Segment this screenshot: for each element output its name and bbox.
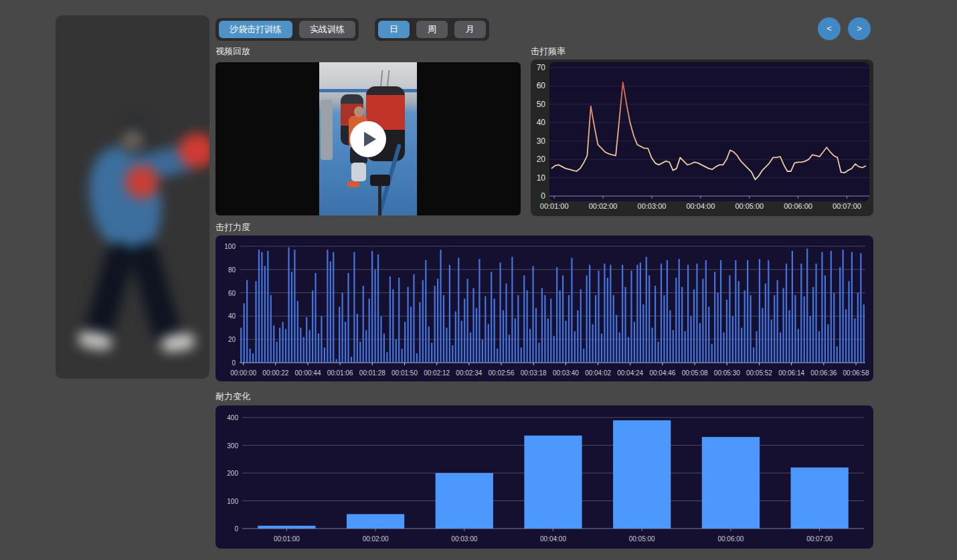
svg-text:00:01:28: 00:01:28	[359, 369, 385, 377]
svg-text:60: 60	[228, 290, 236, 297]
svg-text:00:02:56: 00:02:56	[489, 369, 515, 377]
svg-text:100: 100	[227, 498, 238, 505]
svg-text:00:04:00: 00:04:00	[540, 535, 566, 543]
endurance-title: 耐力变化	[215, 391, 250, 403]
gym-pillar	[321, 100, 333, 160]
svg-text:00:04:02: 00:04:02	[585, 369, 611, 377]
svg-text:00:03:00: 00:03:00	[638, 202, 667, 210]
svg-text:00:05:00: 00:05:00	[629, 535, 655, 543]
svg-text:00:06:00: 00:06:00	[784, 202, 812, 210]
play-icon	[364, 132, 376, 147]
svg-text:0: 0	[541, 191, 545, 201]
athlete-head	[354, 106, 364, 117]
svg-text:00:05:30: 00:05:30	[714, 369, 740, 377]
svg-text:00:02:00: 00:02:00	[589, 202, 618, 210]
hit-force-chart: 02040608010000:00:0000:00:2200:00:4400:0…	[215, 236, 873, 381]
svg-text:40: 40	[228, 312, 236, 320]
endurance-card: 010020030040000:01:0000:02:0000:03:0000:…	[215, 405, 873, 549]
tripod-pole	[378, 185, 381, 215]
svg-text:00:01:06: 00:01:06	[327, 369, 353, 377]
svg-text:00:00:22: 00:00:22	[262, 369, 288, 377]
training-mode-group: 沙袋击打训练 实战训练	[215, 18, 359, 41]
svg-text:00:03:40: 00:03:40	[553, 369, 579, 377]
svg-text:60: 60	[537, 81, 546, 90]
boxer-face	[121, 130, 144, 151]
athlete-shoe	[347, 181, 359, 187]
video-player[interactable]	[215, 62, 521, 215]
svg-text:00:01:00: 00:01:00	[540, 202, 569, 210]
svg-text:00:07:00: 00:07:00	[833, 202, 861, 210]
athlete-legs	[351, 163, 366, 181]
boxer-front-glove	[179, 133, 209, 168]
boxer-figure	[56, 15, 209, 379]
svg-text:00:06:14: 00:06:14	[778, 369, 804, 377]
next-button[interactable]: >	[848, 17, 871, 40]
endurance-chart: 010020030040000:01:0000:02:0000:03:0000:…	[215, 405, 873, 549]
tab-week[interactable]: 周	[416, 21, 448, 38]
svg-text:00:01:50: 00:01:50	[392, 369, 418, 377]
dashboard-page: 沙袋击打训练 实战训练 日 周 月 < > 视频回放	[0, 0, 957, 560]
svg-text:00:05:52: 00:05:52	[746, 369, 772, 377]
svg-text:00:05:08: 00:05:08	[682, 369, 708, 377]
svg-text:30: 30	[537, 136, 546, 146]
video-thumbnail	[319, 62, 417, 215]
svg-text:00:01:00: 00:01:00	[274, 535, 300, 543]
svg-text:00:04:46: 00:04:46	[649, 369, 675, 377]
hit-frequency-card: 01020304050607000:01:0000:02:0000:03:000…	[531, 60, 873, 216]
svg-text:100: 100	[224, 243, 236, 250]
camera-device	[370, 175, 390, 186]
svg-text:00:04:24: 00:04:24	[617, 369, 643, 377]
svg-text:70: 70	[537, 63, 546, 72]
svg-text:00:00:00: 00:00:00	[230, 369, 256, 377]
svg-text:00:04:00: 00:04:00	[686, 202, 715, 210]
hit-force-title: 击打力度	[215, 221, 250, 234]
svg-text:300: 300	[227, 442, 238, 450]
boxer-rear-glove	[125, 165, 159, 199]
tab-sparring-training[interactable]: 实战训练	[299, 21, 355, 38]
svg-text:00:00:44: 00:00:44	[295, 369, 321, 377]
svg-text:00:06:00: 00:06:00	[717, 535, 744, 543]
svg-text:20: 20	[228, 336, 236, 343]
svg-text:40: 40	[537, 118, 546, 127]
svg-text:50: 50	[537, 100, 546, 109]
svg-text:20: 20	[537, 155, 546, 164]
svg-text:00:02:00: 00:02:00	[363, 535, 389, 543]
video-section-title: 视频回放	[215, 45, 250, 58]
svg-text:400: 400	[227, 414, 238, 422]
svg-text:200: 200	[227, 470, 238, 477]
hit-frequency-chart: 01020304050607000:01:0000:02:0000:03:000…	[531, 60, 873, 216]
previous-button[interactable]: <	[818, 17, 841, 40]
svg-text:00:06:36: 00:06:36	[810, 369, 837, 377]
svg-text:00:02:34: 00:02:34	[456, 369, 482, 377]
hit-frequency-title: 击打频率	[531, 45, 566, 58]
boxer-left-leg	[82, 240, 137, 345]
svg-text:00:05:00: 00:05:00	[735, 202, 764, 210]
tab-sandbag-training[interactable]: 沙袋击打训练	[219, 21, 292, 38]
svg-text:00:06:58: 00:06:58	[843, 369, 869, 377]
svg-text:00:07:00: 00:07:00	[806, 535, 833, 543]
svg-text:0: 0	[234, 525, 238, 533]
boxer-preview-image	[56, 15, 209, 379]
svg-text:10: 10	[537, 173, 546, 183]
svg-text:00:02:12: 00:02:12	[424, 369, 450, 377]
svg-text:00:03:18: 00:03:18	[521, 369, 547, 377]
boxer-right-leg	[128, 240, 183, 345]
svg-text:00:03:00: 00:03:00	[451, 535, 477, 543]
tab-day[interactable]: 日	[378, 21, 410, 38]
svg-text:0: 0	[232, 359, 236, 367]
svg-text:80: 80	[228, 266, 236, 274]
hit-force-card: 02040608010000:00:0000:00:2200:00:4400:0…	[215, 236, 873, 381]
play-button[interactable]	[350, 121, 386, 157]
tab-month[interactable]: 月	[454, 21, 486, 38]
period-group: 日 周 月	[375, 18, 489, 41]
